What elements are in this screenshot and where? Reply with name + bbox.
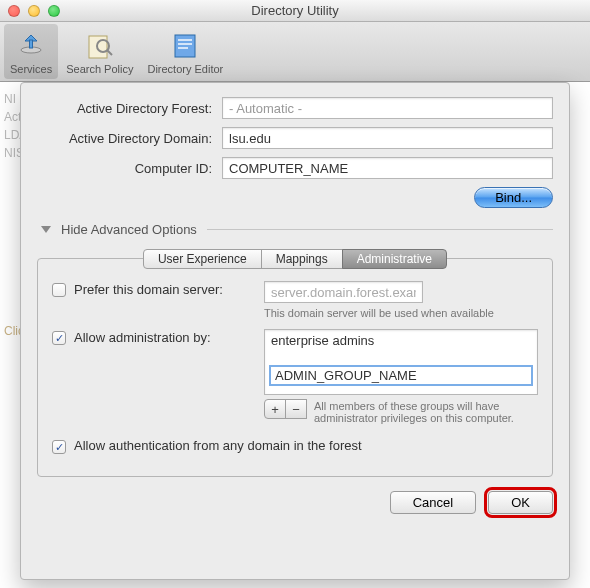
directory-editor-icon bbox=[168, 29, 202, 63]
svg-rect-5 bbox=[175, 35, 195, 57]
advanced-disclosure[interactable]: Hide Advanced Options bbox=[37, 222, 553, 237]
computer-id-label: Computer ID: bbox=[37, 161, 222, 176]
svg-rect-7 bbox=[178, 43, 192, 45]
administrative-panel: Prefer this domain server: This domain s… bbox=[37, 258, 553, 477]
toolbar-directory-editor[interactable]: Directory Editor bbox=[141, 24, 229, 79]
prefer-server-label: Prefer this domain server: bbox=[74, 281, 264, 297]
settings-sheet: Active Directory Forest: Active Director… bbox=[20, 82, 570, 580]
search-policy-icon bbox=[83, 29, 117, 63]
allow-auth-label: Allow authentication from any domain in … bbox=[74, 438, 362, 453]
chevron-down-icon bbox=[41, 226, 51, 233]
forest-label: Active Directory Forest: bbox=[37, 101, 222, 116]
admin-groups-list[interactable]: enterprise admins ADMIN_GROUP_NAME bbox=[264, 329, 538, 395]
domain-label: Active Directory Domain: bbox=[37, 131, 222, 146]
allow-admin-label: Allow administration by: bbox=[74, 329, 264, 345]
add-button[interactable]: + bbox=[264, 399, 286, 419]
toolbar-search-policy-label: Search Policy bbox=[66, 63, 133, 75]
allow-admin-checkbox[interactable]: ✓ bbox=[52, 331, 66, 345]
svg-rect-8 bbox=[178, 47, 188, 49]
allow-auth-checkbox[interactable]: ✓ bbox=[52, 440, 66, 454]
cancel-button[interactable]: Cancel bbox=[390, 491, 476, 514]
services-icon bbox=[14, 29, 48, 63]
list-item[interactable]: enterprise admins bbox=[265, 330, 537, 351]
tabs: User Experience Mappings Administrative bbox=[37, 249, 553, 269]
svg-line-4 bbox=[107, 50, 112, 55]
forest-field[interactable] bbox=[222, 97, 553, 119]
toolbar-services-label: Services bbox=[10, 63, 52, 75]
prefer-server-hint: This domain server will be used when ava… bbox=[264, 307, 538, 319]
computer-id-field[interactable] bbox=[222, 157, 553, 179]
tab-user-experience[interactable]: User Experience bbox=[143, 249, 262, 269]
titlebar: Directory Utility bbox=[0, 0, 590, 22]
tab-administrative[interactable]: Administrative bbox=[342, 249, 447, 269]
tab-mappings[interactable]: Mappings bbox=[261, 249, 343, 269]
svg-rect-1 bbox=[30, 40, 33, 48]
prefer-server-checkbox[interactable] bbox=[52, 283, 66, 297]
members-hint: All members of these groups will have ad… bbox=[314, 399, 538, 424]
list-item-editing[interactable]: ADMIN_GROUP_NAME bbox=[269, 365, 533, 386]
remove-button[interactable]: − bbox=[285, 399, 307, 419]
toolbar: Services Search Policy Directory Editor bbox=[0, 22, 590, 82]
ok-button[interactable]: OK bbox=[488, 491, 553, 514]
prefer-server-field bbox=[264, 281, 423, 303]
toolbar-search-policy[interactable]: Search Policy bbox=[60, 24, 139, 79]
domain-field[interactable] bbox=[222, 127, 553, 149]
bind-button[interactable]: Bind... bbox=[474, 187, 553, 208]
toolbar-directory-editor-label: Directory Editor bbox=[147, 63, 223, 75]
window-title: Directory Utility bbox=[0, 3, 590, 18]
svg-rect-6 bbox=[178, 39, 192, 41]
advanced-toggle-label: Hide Advanced Options bbox=[61, 222, 197, 237]
toolbar-services[interactable]: Services bbox=[4, 24, 58, 79]
